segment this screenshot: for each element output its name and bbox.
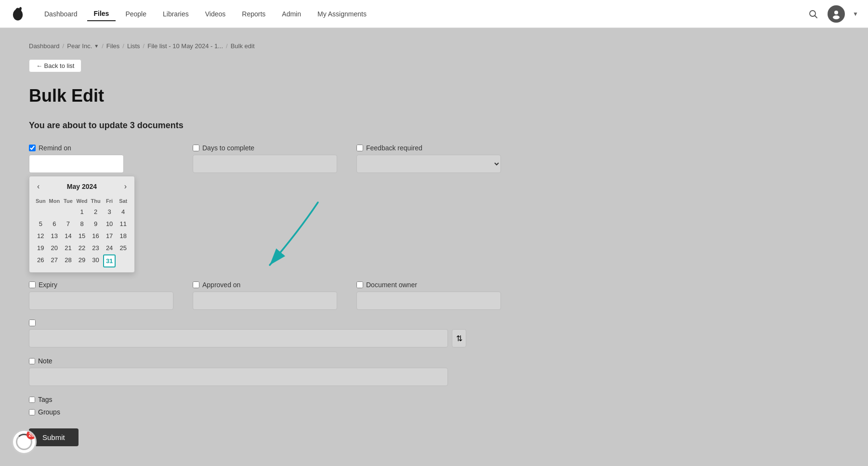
cal-day-5[interactable]: 5	[34, 218, 47, 229]
wide-field-checkbox[interactable]	[29, 320, 36, 326]
tags-row: Tags	[29, 396, 549, 403]
cal-dow-fri: Fri	[103, 197, 116, 205]
note-input[interactable]	[29, 368, 448, 386]
cal-day-26[interactable]: 26	[34, 254, 47, 267]
expiry-input[interactable]	[29, 292, 173, 310]
calendar-month-year: May 2024	[67, 183, 97, 190]
avatar[interactable]	[828, 5, 845, 23]
search-button[interactable]	[806, 7, 820, 21]
cal-day-20[interactable]: 20	[48, 242, 61, 253]
app-logo[interactable]	[10, 6, 26, 22]
breadcrumb-sep-1: /	[63, 42, 65, 50]
nav-right: ▼	[806, 5, 858, 23]
cal-day-15[interactable]: 15	[76, 230, 89, 241]
expiry-checkbox[interactable]	[29, 281, 36, 288]
wide-field-input[interactable]	[29, 329, 448, 347]
cal-day-30[interactable]: 30	[89, 254, 102, 267]
cal-day-27[interactable]: 27	[48, 254, 61, 267]
nav-videos[interactable]: Videos	[198, 7, 233, 21]
activity-badge[interactable]: 20	[12, 429, 37, 454]
cal-day-21[interactable]: 21	[62, 242, 75, 253]
feedback-required-label[interactable]: Feedback required	[356, 144, 501, 152]
cal-day-11[interactable]: 11	[117, 218, 130, 229]
cal-day-31[interactable]: 31	[103, 254, 116, 267]
nav-files[interactable]: Files	[87, 7, 116, 21]
cal-day-24[interactable]: 24	[103, 242, 116, 253]
nav-my-assignments[interactable]: My Assignments	[311, 7, 373, 21]
note-label[interactable]: Note	[29, 357, 549, 365]
nav-dashboard[interactable]: Dashboard	[38, 7, 84, 21]
calendar-prev-button[interactable]: ‹	[34, 181, 42, 192]
nav-admin[interactable]: Admin	[275, 7, 308, 21]
days-to-complete-checkbox[interactable]	[193, 145, 199, 151]
document-owner-checkbox[interactable]	[356, 281, 363, 288]
cal-day-14[interactable]: 14	[62, 230, 75, 241]
groups-label: Groups	[38, 408, 60, 416]
cal-day-17[interactable]: 17	[103, 230, 116, 241]
cal-day-16[interactable]: 16	[89, 230, 102, 241]
cal-dow-sun: Sun	[34, 197, 47, 205]
calendar-next-button[interactable]: ›	[121, 181, 130, 192]
approved-on-field: Approved on	[193, 281, 337, 310]
avatar-dropdown-icon[interactable]: ▼	[853, 11, 858, 17]
back-to-list-button[interactable]: ← Back to list	[29, 59, 81, 72]
cal-day-7[interactable]: 7	[62, 218, 75, 229]
expiry-label[interactable]: Expiry	[29, 281, 173, 289]
remind-on-label[interactable]: Remind on	[29, 144, 173, 152]
wide-field-row: ⇅	[29, 320, 549, 347]
cal-dow-tue: Tue	[62, 197, 75, 205]
nav-people[interactable]: People	[118, 7, 153, 21]
feedback-required-checkbox[interactable]	[356, 145, 363, 151]
navbar: Dashboard Files People Libraries Videos …	[0, 0, 868, 28]
cal-day-19[interactable]: 19	[34, 242, 47, 253]
tags-checkbox[interactable]	[29, 397, 35, 403]
approved-on-input[interactable]	[193, 292, 337, 310]
document-owner-field: Document owner	[356, 281, 501, 310]
cal-day-25[interactable]: 25	[117, 242, 130, 253]
breadcrumb-current: Bulk edit	[231, 42, 255, 50]
document-owner-input[interactable]	[356, 292, 501, 310]
document-owner-label[interactable]: Document owner	[356, 281, 501, 289]
breadcrumb-filelist[interactable]: File list - 10 May 2024 - 1...	[147, 42, 223, 50]
groups-checkbox[interactable]	[29, 409, 35, 415]
cal-day-1[interactable]: 1	[76, 206, 89, 217]
remind-on-input[interactable]	[29, 155, 124, 173]
cal-day-8[interactable]: 8	[76, 218, 89, 229]
cal-day-13[interactable]: 13	[48, 230, 61, 241]
svg-line-4	[815, 15, 817, 18]
nav-reports[interactable]: Reports	[235, 7, 272, 21]
days-to-complete-label[interactable]: Days to complete	[193, 144, 337, 152]
feedback-required-select[interactable]	[356, 155, 501, 173]
breadcrumb-lists[interactable]: Lists	[127, 42, 140, 50]
cal-day-10[interactable]: 10	[103, 218, 116, 229]
cal-day-28[interactable]: 28	[62, 254, 75, 267]
approved-on-label[interactable]: Approved on	[193, 281, 337, 289]
org-dropdown-icon: ▼	[94, 43, 99, 49]
approved-on-checkbox[interactable]	[193, 281, 199, 288]
cal-day-9[interactable]: 9	[89, 218, 102, 229]
cal-day-2[interactable]: 2	[89, 206, 102, 217]
wide-field-container: ⇅	[29, 329, 549, 347]
remind-on-calendar-wrapper: ‹ May 2024 › Sun Mon Tue Wed Thu Fri Sat	[29, 155, 173, 173]
cal-day-29[interactable]: 29	[76, 254, 89, 267]
badge-count: 20	[26, 430, 36, 439]
wide-field-label[interactable]	[29, 320, 549, 326]
remind-on-checkbox[interactable]	[29, 145, 36, 151]
cal-day-4[interactable]: 4	[117, 206, 130, 217]
main-content: Dashboard / Pear Inc. ▼ / Files / Lists …	[0, 28, 578, 461]
cal-day-22[interactable]: 22	[76, 242, 89, 253]
breadcrumb-sep-4: /	[143, 42, 145, 50]
remind-on-field: Remind on ‹ May 2024 › Sun Mon Tue	[29, 144, 173, 173]
breadcrumb-dashboard[interactable]: Dashboard	[29, 42, 60, 50]
cal-day-18[interactable]: 18	[117, 230, 130, 241]
breadcrumb-files[interactable]: Files	[106, 42, 119, 50]
stepper-button[interactable]: ⇅	[452, 329, 466, 347]
nav-libraries[interactable]: Libraries	[156, 7, 196, 21]
cal-day-12[interactable]: 12	[34, 230, 47, 241]
days-to-complete-input[interactable]	[193, 155, 337, 173]
cal-day-3[interactable]: 3	[103, 206, 116, 217]
cal-day-6[interactable]: 6	[48, 218, 61, 229]
note-checkbox[interactable]	[29, 358, 35, 364]
cal-day-23[interactable]: 23	[89, 242, 102, 253]
breadcrumb-org[interactable]: Pear Inc. ▼	[67, 42, 99, 50]
